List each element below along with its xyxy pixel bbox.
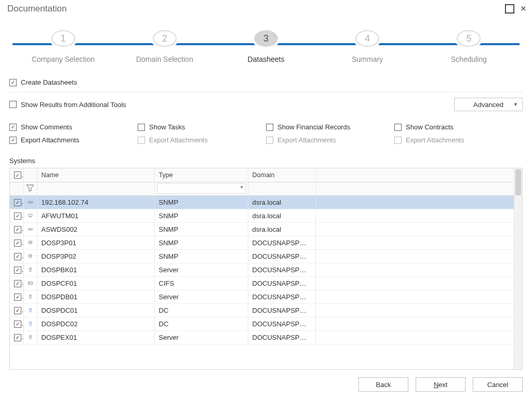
table-row[interactable]: DOSPDC02 DC DOCUSNAPSPOR... [10, 317, 522, 330]
step-label: Scheduling [451, 55, 487, 63]
switch-icon [28, 196, 33, 209]
svg-rect-0 [506, 4, 514, 12]
cell-domain: dsra.local [248, 222, 315, 236]
row-checkbox[interactable] [14, 267, 21, 274]
cell-type: SNMP [154, 249, 248, 263]
row-checkbox[interactable] [14, 199, 21, 206]
header-domain[interactable]: Domain [248, 168, 315, 182]
scrollbar-thumb[interactable] [515, 169, 521, 195]
step-circle: 1 [51, 30, 75, 47]
table-row[interactable]: ASWDS002 SNMP dsra.local [10, 222, 522, 236]
svg-point-8 [29, 241, 32, 242]
maximize-icon[interactable] [505, 4, 514, 14]
step-circle: 5 [457, 30, 481, 47]
create-datasheets-label: Create Datasheets [21, 78, 77, 86]
step-2[interactable]: 2 Domain Selection [114, 30, 215, 63]
table-row[interactable]: DOSP3P02 SNMP DOCUSNAPSPOR... [10, 249, 522, 263]
table-row[interactable]: AFWUTM01 SNMP dsra.local [10, 209, 522, 222]
step-4[interactable]: 4 Summary [317, 30, 418, 63]
filter-type-dropdown[interactable] [157, 183, 246, 194]
step-circle: 4 [355, 30, 379, 47]
checkbox-icon [9, 101, 17, 108]
option-checkbox[interactable]: Show Contracts [394, 122, 523, 132]
create-datasheets-checkbox[interactable]: Create Datasheets [9, 77, 523, 88]
checkbox-icon [138, 137, 145, 144]
table-scrollbar[interactable] [514, 168, 522, 369]
option-label: Export Attachments [406, 136, 464, 144]
wizard-stepper: 1 Company Selection2 Domain Selection3 D… [12, 30, 520, 63]
nas-icon [28, 277, 33, 290]
db-icon [28, 236, 33, 249]
cell-type: Server [154, 290, 248, 303]
header-select-all[interactable] [10, 168, 23, 182]
switch-icon [28, 223, 33, 236]
step-1[interactable]: 1 Company Selection [12, 30, 114, 63]
row-checkbox[interactable] [14, 253, 21, 260]
next-button[interactable]: Next [416, 377, 466, 392]
cell-domain: dsra.local [248, 195, 315, 209]
cell-type: DC [154, 303, 248, 317]
option-checkbox[interactable]: Show Comments [9, 122, 138, 132]
row-checkbox[interactable] [14, 294, 21, 301]
cancel-button[interactable]: Cancel [473, 377, 523, 392]
row-checkbox[interactable] [14, 307, 21, 314]
window-title: Documentation [7, 4, 66, 14]
wizard-footer: Back Next Cancel [0, 370, 532, 399]
cell-name: DOSPDB01 [37, 290, 154, 303]
table-row[interactable]: DOSPEX01 Server DOCUSNAPSPOR... [10, 330, 522, 344]
table-row[interactable]: DOSP3P01 SNMP DOCUSNAPSPOR... [10, 236, 522, 249]
additional-tools-checkbox[interactable]: Show Results from Additional Tools [9, 99, 454, 110]
step-circle: 3 [254, 30, 278, 47]
row-checkbox[interactable] [14, 334, 21, 341]
back-button[interactable]: Back [358, 377, 408, 392]
cell-name: DOSP3P02 [37, 249, 154, 263]
row-checkbox[interactable] [14, 240, 21, 247]
table-row[interactable]: DOSPCF01 CIFS DOCUSNAPSPOR... [10, 276, 522, 290]
cell-domain: DOCUSNAPSPOR... [248, 263, 315, 276]
cell-name: 192.168.102.74 [37, 195, 154, 209]
step-5[interactable]: 5 Scheduling [418, 30, 520, 63]
row-checkbox[interactable] [14, 280, 21, 287]
dc-icon [28, 317, 33, 330]
checkbox-icon [138, 124, 145, 131]
header-type[interactable]: Type [154, 168, 248, 182]
step-label: Company Selection [32, 55, 95, 63]
option-checkbox[interactable]: Export Attachments [9, 135, 138, 145]
header-name[interactable]: Name [37, 168, 154, 182]
svg-point-15 [29, 282, 29, 283]
option-label: Show Contracts [406, 123, 454, 131]
table-row[interactable]: 192.168.102.74 SNMP dsra.local [10, 195, 522, 209]
server-icon [28, 263, 33, 276]
filter-icon[interactable] [23, 182, 37, 195]
cell-name: DOSPCF01 [37, 276, 154, 290]
close-icon[interactable]: ✕ [518, 4, 528, 14]
cell-type: CIFS [154, 276, 248, 290]
filter-name-input[interactable] [39, 183, 152, 194]
cell-domain: DOCUSNAPSPOR... [248, 249, 315, 263]
server-icon [28, 290, 33, 303]
cell-domain: DOCUSNAPSPOR... [248, 330, 315, 344]
table-row[interactable]: DOSPDB01 Server DOCUSNAPSPOR... [10, 290, 522, 303]
option-checkbox: Export Attachments [394, 135, 523, 145]
cell-name: DOSPEX01 [37, 330, 154, 344]
table-row[interactable]: DOSPBK01 Server DOCUSNAPSPOR... [10, 263, 522, 276]
option-checkbox[interactable]: Show Tasks [138, 122, 266, 132]
cell-type: SNMP [154, 195, 248, 209]
step-3[interactable]: 3 Datasheets [215, 30, 316, 63]
step-label: Domain Selection [136, 55, 193, 63]
systems-section-label: Systems [9, 157, 523, 165]
db-icon [28, 250, 33, 263]
row-checkbox[interactable] [14, 321, 21, 328]
server-icon [28, 331, 33, 344]
cell-name: DOSPDC02 [37, 317, 154, 330]
cell-domain: DOCUSNAPSPOR... [248, 317, 315, 330]
cell-domain: DOCUSNAPSPOR... [248, 276, 315, 290]
row-checkbox[interactable] [14, 226, 21, 233]
advanced-button[interactable]: Advanced ▼ [454, 98, 523, 111]
cell-domain: DOCUSNAPSPOR... [248, 236, 315, 249]
row-checkbox[interactable] [14, 212, 21, 220]
table-row[interactable]: DOSPDC01 DC DOCUSNAPSPOR... [10, 303, 522, 317]
option-checkbox[interactable]: Show Financial Records [266, 122, 394, 132]
filter-domain-input[interactable] [250, 183, 313, 194]
titlebar: Documentation ✕ [0, 0, 532, 18]
